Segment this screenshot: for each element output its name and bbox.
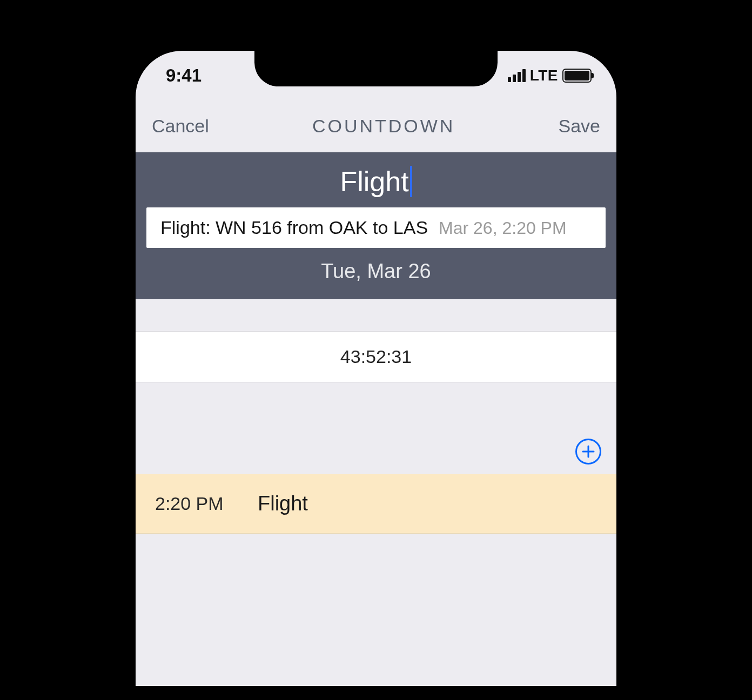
status-time: 9:41: [166, 65, 202, 86]
network-label: LTE: [530, 67, 558, 84]
notch: [254, 51, 498, 86]
countdown-header: Flight Flight: WN 516 from OAK to LAS Ma…: [136, 152, 616, 299]
phone-screen: 9:41 LTE Cancel COUNTDOWN Save Flight: [136, 51, 616, 686]
page-title: COUNTDOWN: [312, 116, 455, 137]
text-cursor: [410, 166, 412, 197]
signal-icon: [508, 69, 526, 82]
add-area: [136, 382, 616, 474]
title-input-row[interactable]: Flight: [340, 165, 412, 198]
status-right: LTE: [508, 67, 592, 84]
side-button-volume-up: [122, 254, 123, 319]
phone-frame: 9:41 LTE Cancel COUNTDOWN Save Flight: [122, 37, 630, 700]
cancel-button[interactable]: Cancel: [152, 116, 209, 137]
countdown-remaining: 43:52:31: [340, 346, 412, 367]
side-button-power: [629, 270, 630, 373]
section-gap: [136, 299, 616, 332]
side-button-volume-down: [122, 334, 123, 399]
suggestion-row[interactable]: Flight: WN 516 from OAK to LAS Mar 26, 2…: [146, 207, 606, 248]
event-name: Flight: [258, 492, 308, 515]
battery-icon: [562, 69, 592, 83]
bottom-gap: [136, 534, 616, 642]
title-input[interactable]: Flight: [340, 165, 408, 198]
side-button-silence: [122, 199, 123, 232]
plus-icon: [581, 445, 595, 459]
save-button[interactable]: Save: [559, 116, 601, 137]
nav-bar: Cancel COUNTDOWN Save: [136, 100, 616, 152]
countdown-time-row[interactable]: 43:52:31: [136, 332, 616, 382]
suggestion-text: Flight: WN 516 from OAK to LAS: [160, 217, 428, 238]
add-button[interactable]: [575, 439, 601, 465]
event-time: 2:20 PM: [155, 493, 236, 514]
event-row[interactable]: 2:20 PM Flight: [136, 474, 616, 534]
date-display[interactable]: Tue, Mar 26: [146, 260, 606, 283]
suggestion-date: Mar 26, 2:20 PM: [439, 218, 567, 238]
